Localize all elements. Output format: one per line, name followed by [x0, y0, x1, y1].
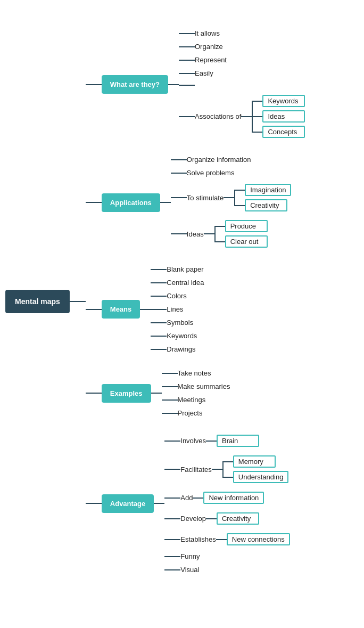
mind-map: Mental maps What are they?It allowsOrgan…	[5, 11, 359, 576]
branch-to-sub-connector	[154, 503, 164, 504]
leaf-connector	[214, 241, 225, 242]
root-node: Mental maps	[5, 290, 70, 313]
sub-sub-connector	[193, 497, 203, 499]
sub-branch-row: Take notes	[162, 366, 230, 380]
sub-branch-row: Make summaries	[162, 380, 230, 393]
sub-sub-branches: KeywordsIdeasConcepts	[252, 93, 305, 140]
sub-branches: Blank paperCentral ideaColorsLinesSymbol…	[151, 263, 204, 356]
sub-branch-row: DevelopCreativity	[164, 508, 289, 529]
sub-connector	[151, 269, 167, 270]
leaf-node: Ideas	[262, 110, 305, 123]
leaf-node: Keywords	[262, 95, 305, 107]
branch-connector	[86, 309, 102, 310]
sub-branch-row	[179, 80, 305, 91]
branch-node-advantage: Advantage	[102, 494, 154, 513]
sub-connector	[179, 85, 195, 86]
sub-branch-label: Establishes	[180, 535, 216, 543]
sub-branch-row: Lines	[151, 303, 204, 316]
sub-branch-label: Lines	[167, 305, 183, 313]
sub-branch-label: Solve problems	[187, 169, 235, 177]
sub-connector	[162, 399, 178, 401]
sub-connector	[171, 233, 187, 234]
branch-to-sub-connector	[160, 202, 171, 203]
sub-branch-row: Meetings	[162, 393, 230, 406]
sub-branch-label: Add	[180, 494, 193, 502]
sub-sub-branches: Brain	[217, 433, 259, 448]
sub-sub-trunk-line	[252, 101, 253, 132]
sub-branch-label: Organize	[195, 43, 223, 51]
leaf-connector	[252, 101, 262, 102]
leaf-row: Creativity	[234, 198, 291, 213]
sub-sub-branches: ProduceClear out	[214, 218, 268, 249]
sub-branch-row: InvolvesBrain	[164, 430, 289, 451]
leaf-row: Ideas	[252, 109, 305, 124]
sub-branch-row: Symbols	[151, 316, 204, 329]
branch-connector	[86, 503, 102, 504]
leaf-row: New information	[203, 490, 264, 505]
sub-branch-row: Projects	[162, 406, 230, 420]
sub-connector	[151, 282, 167, 283]
leaf-node: Concepts	[262, 126, 305, 138]
sub-sub-connector	[206, 441, 217, 442]
sub-connector	[179, 33, 195, 34]
sub-branches: Organize informationSolve problemsTo sti…	[171, 153, 292, 252]
sub-sub-branches: ImaginationCreativity	[234, 182, 291, 213]
sub-connector	[164, 518, 180, 519]
sub-connector	[179, 116, 195, 117]
sub-branch-row: Associations ofKeywordsIdeasConcepts	[179, 91, 305, 142]
sub-branch-label: To stimulate	[187, 194, 224, 202]
sub-connector	[164, 469, 180, 470]
leaf-row: Produce	[214, 218, 268, 234]
branch-to-sub-connector	[140, 309, 151, 310]
leaf-row: Memory	[222, 454, 289, 469]
sub-branch-row: Organize information	[171, 153, 292, 166]
sub-connector	[171, 197, 187, 198]
leaf-connector	[222, 477, 233, 478]
sub-connector	[164, 556, 180, 557]
sub-connector	[179, 60, 195, 61]
sub-branch-row: EstablishesNew connections	[164, 529, 289, 550]
sub-branch-row: IdeasProduceClear out	[171, 216, 292, 252]
sub-branch-row: It allows	[179, 27, 305, 40]
sub-connector	[162, 373, 178, 374]
sub-connector	[164, 441, 180, 442]
sub-sub-connector	[212, 469, 222, 470]
branch-row: ExamplesTake notesMake summariesMeetings…	[86, 366, 305, 420]
sub-sub-branches: MemoryUnderstanding	[222, 454, 289, 485]
sub-connector	[151, 349, 167, 350]
branch-row: ApplicationsOrganize informationSolve pr…	[86, 153, 305, 252]
leaf-node: Understanding	[233, 471, 289, 483]
branch-connector	[86, 202, 102, 203]
leaf-connector	[252, 116, 262, 117]
sub-branch-label: Central idea	[167, 279, 204, 287]
sub-branch-label: Projects	[178, 409, 203, 417]
sub-sub-trunk-line	[222, 462, 224, 477]
leaf-node: Memory	[233, 455, 276, 468]
leaf-row: Keywords	[252, 93, 305, 109]
leaf-row: Imagination	[234, 182, 291, 198]
sub-branch-label: Facilitates	[180, 466, 212, 474]
leaf-connector	[214, 226, 225, 227]
sub-sub-branches: New connections	[227, 532, 290, 547]
branch-node-means: Means	[102, 300, 140, 319]
sub-branch-row: Visual	[164, 563, 289, 576]
sub-sub-connector	[204, 233, 214, 234]
leaf-row: Brain	[217, 433, 259, 448]
sub-connector	[164, 497, 180, 499]
sub-sub-branches: Creativity	[217, 511, 259, 526]
sub-branch-label: Easily	[195, 69, 213, 77]
sub-branch-label: Develop	[180, 515, 206, 523]
leaf-node: New connections	[227, 533, 290, 545]
branch-connector	[86, 393, 102, 394]
sub-branch-row: Organize	[179, 40, 305, 53]
sub-sub-connector	[216, 539, 227, 540]
leaf-row: Understanding	[222, 469, 289, 485]
leaf-node: Imagination	[245, 184, 291, 196]
sub-branch-row: Central idea	[151, 276, 204, 289]
sub-connector	[171, 173, 187, 174]
leaf-node: Creativity	[245, 199, 287, 211]
sub-connector	[162, 386, 178, 387]
leaf-row: Concepts	[252, 124, 305, 140]
sub-branch-label: Keywords	[167, 332, 197, 340]
leaf-node: Produce	[225, 220, 268, 232]
